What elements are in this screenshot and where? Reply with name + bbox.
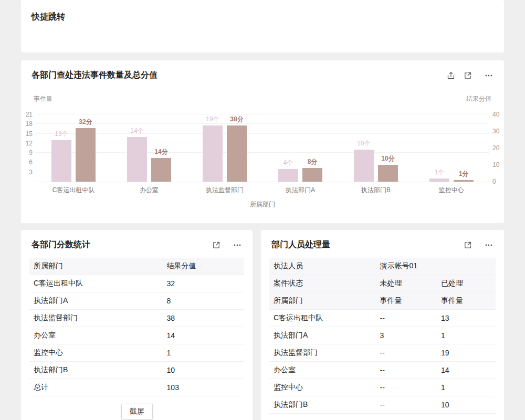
chart-card-title: 各部门查处违法事件数量及总分值: [32, 70, 158, 81]
bar-value-label: 32分: [79, 118, 92, 127]
table-cell: 执法部门A: [269, 327, 376, 344]
bar[interactable]: [76, 128, 96, 182]
table-header-cell: 所属部门: [29, 258, 163, 275]
table-row: 办公室14: [29, 327, 244, 344]
score-table: 所属部门结果分值C客运出租中队32执法部门A8执法监督部门38办公室14监控中心…: [29, 258, 244, 396]
bar[interactable]: [127, 137, 147, 182]
chart-categories: C客运出租中队办公室执法监督部门执法部门A执法部门B监控中心: [36, 186, 489, 195]
chart-plot: 2118151296340302010013个32分14个14分19个38分4个…: [36, 115, 489, 182]
axis-tick: 12: [18, 140, 33, 147]
category-label: 监控中心: [414, 186, 489, 195]
bar[interactable]: [454, 180, 474, 182]
table-row: 总计103: [29, 379, 244, 396]
table-header-row: 所属部门结果分值: [29, 258, 244, 275]
bar-value-label: 38分: [230, 115, 243, 124]
bar-value-label: 19个: [206, 115, 219, 124]
bar-value-label: 14个: [130, 127, 143, 135]
table-row: 监控中心--1: [269, 379, 496, 396]
table-cell: --: [376, 344, 437, 362]
table-cell: 执法部门B: [269, 396, 376, 414]
table-row: C客运出租中队--13: [269, 310, 496, 327]
table-cell: 执法监督部门: [269, 344, 376, 362]
axis-tick: 3: [18, 169, 33, 176]
bar[interactable]: [227, 125, 247, 182]
axis-tick: 21: [18, 111, 33, 118]
table-cell: 监控中心: [29, 344, 163, 362]
chart-card: 各部门查处违法事件数量及总分值: [21, 60, 504, 223]
axis-tick: 15: [18, 130, 33, 138]
bar[interactable]: [278, 169, 298, 182]
table-header-cell: 已处理: [437, 275, 496, 292]
table-cell: 1: [437, 327, 496, 344]
table-cell: 办公室: [269, 362, 376, 379]
personnel-table-toolbar: [463, 240, 494, 250]
table-cell: 19: [437, 344, 496, 362]
table-cell: 执法部门B: [29, 362, 163, 379]
more-icon[interactable]: [484, 71, 494, 80]
table-header-cell: 未处理: [376, 275, 437, 292]
table-cell: 8: [163, 292, 244, 310]
score-table-toolbar: [212, 240, 242, 250]
personnel-table-card: 部门人员处理量 执法人员: [261, 230, 504, 420]
table-cell: 103: [163, 379, 244, 396]
table-row: 执法部门B--10: [269, 396, 496, 414]
axis-tick: 10: [492, 161, 507, 169]
dashboard-page: 快捷跳转 各部门查处违法事件数量及总分值: [0, 0, 525, 420]
bar[interactable]: [151, 158, 171, 182]
personnel-table-body: 执法人员演示帐号01案件状态未处理已处理所属部门事件量事件量C客运出租中队--1…: [269, 258, 496, 414]
bar-value-label: 13个: [55, 130, 68, 139]
export-icon[interactable]: [446, 71, 456, 80]
table-header-cell: 案件状态: [269, 275, 376, 292]
bar[interactable]: [51, 140, 71, 182]
category-label: C客运出租中队: [36, 186, 111, 195]
table-cell: 14: [163, 327, 244, 344]
bar[interactable]: [429, 178, 449, 182]
score-table-body: 所属部门结果分值C客运出租中队32执法部门A8执法监督部门38办公室14监控中心…: [29, 258, 244, 396]
bar[interactable]: [302, 168, 322, 182]
axis-tick: 20: [492, 144, 507, 152]
axis-tick: 9: [18, 149, 33, 156]
table-header-row: 所属部门事件量事件量: [269, 292, 496, 310]
chart-toolbar: [446, 71, 494, 80]
category-label: 执法监督部门: [187, 186, 262, 195]
table-cell: 3: [376, 327, 437, 344]
axis-tick: 0: [492, 178, 507, 185]
open-in-new-icon[interactable]: [463, 240, 472, 250]
table-cell: --: [376, 310, 437, 327]
screenshot-button[interactable]: 截屏: [121, 404, 153, 419]
table-cell: 1: [163, 344, 244, 362]
axis-tick: 18: [18, 120, 33, 128]
table-header-row: 案件状态未处理已处理: [269, 275, 496, 292]
bar-value-label: 14分: [154, 148, 167, 156]
table-row: 执法监督部门--19: [269, 344, 496, 362]
bar[interactable]: [203, 125, 223, 182]
bar[interactable]: [378, 165, 398, 182]
more-icon[interactable]: [484, 240, 494, 250]
more-icon[interactable]: [233, 240, 242, 250]
table-cell: C客运出租中队: [269, 310, 376, 327]
category-label: 执法部门A: [262, 186, 338, 195]
bar-value-label: 1个: [435, 168, 445, 177]
table-cell: 13: [437, 310, 496, 327]
bar-value-label: 1分: [459, 170, 469, 178]
bar-group: 1个1分: [414, 115, 489, 182]
table-header-cell: 事件量: [437, 292, 496, 310]
table-header-cell: 演示帐号01: [376, 258, 496, 275]
category-label: 执法部门B: [338, 186, 414, 195]
table-cell: 38: [163, 310, 244, 327]
gridline: [36, 114, 489, 114]
bar[interactable]: [354, 150, 374, 182]
bar-group: 10个10分: [338, 115, 414, 182]
table-cell: 执法监督部门: [29, 310, 163, 327]
bar-group: 19个38分: [187, 115, 262, 182]
quick-jump-card: 快捷跳转: [21, 0, 504, 52]
table-header-row: 执法人员演示帐号01: [269, 258, 496, 275]
open-in-new-icon[interactable]: [463, 71, 472, 80]
axis-tick: 6: [18, 159, 33, 166]
table-row: 执法监督部门38: [29, 310, 244, 327]
open-in-new-icon[interactable]: [212, 240, 221, 250]
table-cell: 14: [437, 362, 496, 379]
table-header-cell: 结果分值: [163, 258, 244, 275]
table-cell: 10: [437, 396, 496, 414]
table-header-cell: 执法人员: [269, 258, 376, 275]
